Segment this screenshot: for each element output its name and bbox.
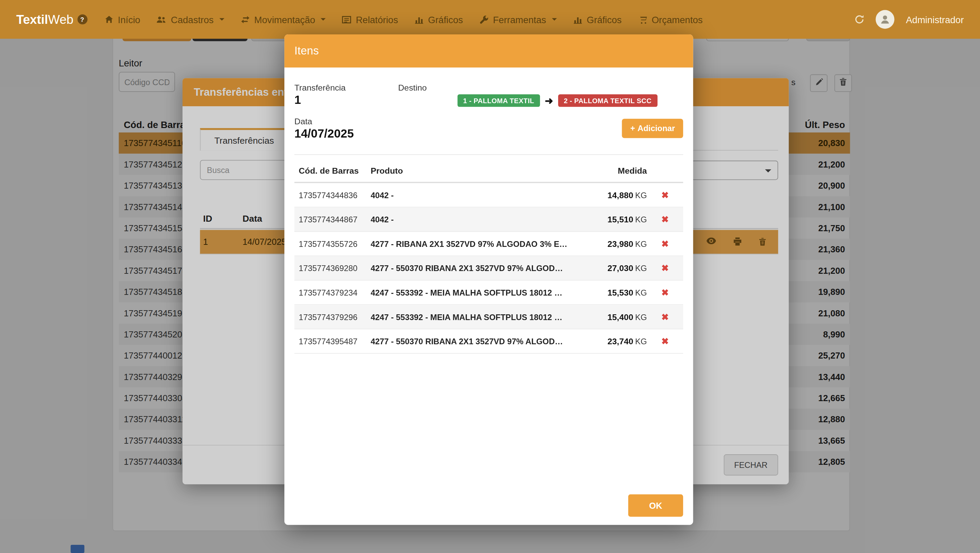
item-medida: 15,530	[608, 288, 633, 297]
item-barcode: 1735774344867	[299, 215, 371, 224]
cart-icon	[638, 15, 648, 24]
transferencia-label: Transferência	[294, 83, 346, 93]
section-divider	[294, 154, 683, 155]
users-icon	[157, 15, 167, 24]
item-row: 1735774369280 4277 - 550370 RIBANA 2X1 3…	[294, 256, 683, 281]
item-unit: KG	[635, 337, 647, 346]
nav-right: Administrador	[855, 10, 964, 29]
item-unit: KG	[635, 263, 647, 273]
itens-modal-header: Itens	[284, 34, 693, 67]
nav-inicio[interactable]: Início	[96, 0, 148, 39]
origem-badge: 1 - PALLOMA TEXTIL	[458, 94, 540, 107]
item-medida: 23,980	[608, 239, 633, 249]
itens-modal: Itens Transferência 1 Destino 1 - PALLOM…	[284, 34, 693, 525]
item-unit: KG	[635, 190, 647, 200]
delete-item-button[interactable]: ✖	[647, 239, 683, 249]
plus-icon: +	[630, 124, 635, 133]
refresh-icon[interactable]	[855, 14, 865, 24]
item-barcode: 1735774395487	[299, 337, 371, 346]
delete-item-button[interactable]: ✖	[647, 288, 683, 297]
itens-table: Cód. de Barras Produto Medida 1735774344…	[294, 159, 683, 354]
nav-movimentacao[interactable]: Movimentação	[232, 0, 334, 39]
wrench-icon	[479, 14, 488, 24]
item-produto: 4277 - 550370 RIBANA 2X1 3527VD 97% ALGO…	[371, 337, 584, 346]
item-produto: 4247 - 553392 - MEIA MALHA SOFTPLUS 1801…	[371, 288, 584, 297]
arrow-right-icon: ➜	[545, 95, 553, 106]
destino-label: Destino	[398, 83, 427, 93]
brand-bold: Textil	[16, 12, 48, 26]
chart-icon	[414, 15, 424, 24]
item-row: 1735774379234 4247 - 553392 - MEIA MALHA…	[294, 281, 683, 305]
nav-label: Gráficos	[428, 14, 463, 24]
item-medida: 23,740	[608, 337, 633, 346]
nav-label: Relatórios	[356, 14, 398, 24]
item-barcode: 1735774379296	[299, 312, 371, 322]
item-row: 1735774344836 4042 - 14,880KG ✖	[294, 183, 683, 208]
item-unit: KG	[635, 312, 647, 322]
nav-graficos-1[interactable]: Gráficos	[406, 0, 471, 39]
avatar[interactable]	[876, 10, 894, 29]
itens-table-header: Cód. de Barras Produto Medida	[294, 159, 683, 183]
nav-cadastros[interactable]: Cadastros	[148, 0, 232, 39]
item-barcode: 1735774344836	[299, 190, 371, 200]
nav-items: Início Cadastros Movimentação Relatórios…	[96, 0, 711, 39]
nav-orcamentos[interactable]: Orçamentos	[630, 0, 711, 39]
item-unit: KG	[635, 215, 647, 224]
item-row: 1735774395487 4277 - 550370 RIBANA 2X1 3…	[294, 329, 683, 354]
item-unit: KG	[635, 288, 647, 297]
delete-item-button[interactable]: ✖	[647, 263, 683, 273]
navbar: TextilWeb ? Início Cadastros Movimentaçã…	[0, 0, 980, 39]
item-medida: 15,400	[608, 312, 633, 322]
help-badge[interactable]: ?	[77, 14, 87, 24]
nav-label: Ferramentas	[493, 14, 546, 24]
item-row: 1735774379296 4247 - 553392 - MEIA MALHA…	[294, 305, 683, 329]
data-label: Data	[294, 117, 312, 126]
item-unit: KG	[635, 239, 647, 249]
item-medida: 14,880	[608, 190, 633, 200]
adicionar-button[interactable]: + Adicionar	[622, 119, 683, 138]
nav-label: Orçamentos	[652, 14, 703, 24]
nav-graficos-2[interactable]: Gráficos	[565, 0, 630, 39]
chevron-down-icon	[321, 18, 326, 21]
col-produto-label: Produto	[371, 166, 584, 175]
chevron-down-icon	[219, 18, 224, 21]
home-icon	[104, 14, 114, 24]
delete-item-button[interactable]: ✖	[647, 214, 683, 224]
ok-button[interactable]: OK	[628, 494, 683, 516]
item-produto: 4247 - 553392 - MEIA MALHA SOFTPLUS 1801…	[371, 312, 584, 322]
brand-light: Web	[48, 12, 73, 26]
nav-label: Início	[118, 14, 140, 24]
nav-label: Movimentação	[255, 14, 315, 24]
itens-modal-title: Itens	[294, 44, 319, 57]
item-produto: 4042 -	[371, 190, 584, 200]
item-row: 1735774355726 4277 - RIBANA 2X1 3527VD 9…	[294, 232, 683, 256]
transferencia-value: 1	[294, 93, 301, 106]
delete-item-button[interactable]: ✖	[647, 190, 683, 200]
item-barcode: 1735774355726	[299, 239, 371, 249]
transfer-route: 1 - PALLOMA TEXTIL ➜ 2 - PALLOMA TEXTIL …	[458, 94, 657, 107]
app-root: Leitor s Cód. de Barras Últ. Peso 173577…	[0, 0, 980, 553]
report-icon	[342, 15, 352, 24]
delete-item-button[interactable]: ✖	[647, 336, 683, 346]
nav-label: Gráficos	[587, 14, 622, 24]
chart-icon	[573, 15, 582, 24]
item-produto: 4042 -	[371, 215, 584, 224]
item-row: 1735774344867 4042 - 15,510KG ✖	[294, 207, 683, 232]
destino-badge: 2 - PALLOMA TEXTIL SCC	[558, 94, 657, 107]
nav-ferramentas[interactable]: Ferramentas	[471, 0, 565, 39]
chevron-down-icon	[552, 18, 557, 21]
item-barcode: 1735774369280	[299, 263, 371, 273]
delete-item-button[interactable]: ✖	[647, 312, 683, 322]
item-medida: 15,510	[608, 215, 633, 224]
exchange-icon	[240, 15, 250, 24]
item-barcode: 1735774379234	[299, 288, 371, 297]
brand-logo[interactable]: TextilWeb ?	[16, 12, 87, 27]
col-barcode-label: Cód. de Barras	[299, 166, 371, 175]
item-medida: 27,030	[608, 263, 633, 273]
item-produto: 4277 - 550370 RIBANA 2X1 3527VD 97% ALGO…	[371, 263, 584, 273]
nav-label: Cadastros	[171, 14, 214, 24]
adicionar-label: Adicionar	[638, 124, 675, 133]
user-name: Administrador	[906, 14, 964, 24]
item-produto: 4277 - RIBANA 2X1 3527VD 97% ALGODAO 3% …	[371, 239, 584, 249]
nav-relatorios[interactable]: Relatórios	[334, 0, 406, 39]
